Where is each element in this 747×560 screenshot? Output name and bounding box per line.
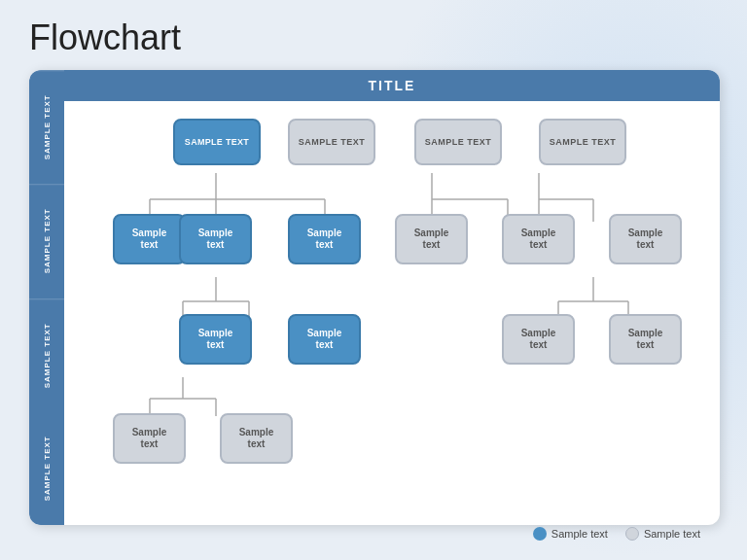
row1-box3-gray[interactable]: SAMPLE TEXT bbox=[414, 119, 502, 165]
row3-box3-gray[interactable]: Sampletext bbox=[502, 314, 575, 365]
legend: Sample text Sample text bbox=[533, 527, 700, 541]
row2-box6-gray[interactable]: Sampletext bbox=[609, 214, 682, 264]
legend-gray: Sample text bbox=[625, 527, 700, 541]
row1-box1-blue[interactable]: SAMPLE TEXT bbox=[173, 119, 261, 165]
row2-box3-blue[interactable]: Sampletext bbox=[288, 214, 361, 264]
row2-box2-blue[interactable]: Sampletext bbox=[179, 214, 252, 264]
legend-gray-dot bbox=[625, 527, 639, 541]
row-label-4: SAMPLE TEXT bbox=[29, 412, 64, 525]
chart-main: TITLE bbox=[64, 70, 720, 525]
row3-box1-blue[interactable]: Sampletext bbox=[179, 314, 252, 365]
page-title: Flowchart bbox=[29, 18, 181, 58]
row4-box2-gray[interactable]: Sampletext bbox=[220, 413, 293, 464]
flowchart-content: SAMPLE TEXT SAMPLE TEXT SAMPLE TEXT SAMP… bbox=[72, 107, 712, 519]
chart-title: TITLE bbox=[64, 70, 720, 101]
row-label-3: SAMPLE TEXT bbox=[29, 298, 64, 412]
row1-box4-gray[interactable]: SAMPLE TEXT bbox=[539, 119, 626, 165]
row2-box5-gray[interactable]: Sampletext bbox=[502, 214, 575, 264]
row3-box4-gray[interactable]: Sampletext bbox=[609, 314, 682, 365]
row-label-1: SAMPLE TEXT bbox=[29, 70, 64, 184]
legend-blue: Sample text bbox=[533, 527, 608, 541]
legend-gray-label: Sample text bbox=[644, 528, 700, 540]
row1-box2-gray[interactable]: SAMPLE TEXT bbox=[288, 119, 375, 165]
legend-blue-dot bbox=[533, 527, 547, 541]
row-labels-sidebar: SAMPLE TEXT SAMPLE TEXT SAMPLE TEXT SAMP… bbox=[29, 70, 64, 525]
legend-blue-label: Sample text bbox=[551, 528, 608, 540]
row3-box2-blue[interactable]: Sampletext bbox=[288, 314, 361, 365]
row-label-2: SAMPLE TEXT bbox=[29, 184, 64, 298]
flowchart-container: SAMPLE TEXT SAMPLE TEXT SAMPLE TEXT SAMP… bbox=[29, 70, 720, 525]
row2-box1-blue[interactable]: Sampletext bbox=[113, 214, 186, 264]
rows-area: SAMPLE TEXT SAMPLE TEXT SAMPLE TEXT SAMP… bbox=[64, 101, 720, 525]
row4-box1-gray[interactable]: Sampletext bbox=[113, 413, 186, 464]
row2-box4-gray[interactable]: Sampletext bbox=[395, 214, 468, 264]
